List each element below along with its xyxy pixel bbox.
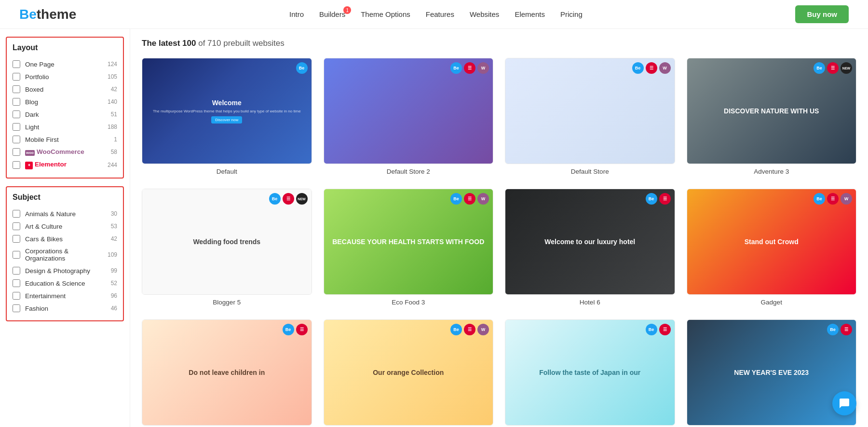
card-gadget[interactable]: Stand out CrowdBe☰WGadget [687,189,857,308]
layout-title: Layout [13,43,117,52]
badge-el-new-year: ☰ [841,324,852,335]
card-badges-japanese-food: Be☰ [646,324,671,335]
badge-be-default: Be [296,62,308,74]
layout-item-blog[interactable]: Blog140 [13,96,117,108]
badge-el-hotel-6: ☰ [659,193,671,205]
badge-be-hotel-6: Be [646,193,657,205]
subject-item-art-culture[interactable]: Art & Culture53 [13,220,117,233]
checkbox-subject-animals-nature[interactable] [13,210,20,218]
content-area: The latest 100 of 710 prebuilt websites … [130,29,868,427]
nav-elements[interactable]: Elements [515,10,545,18]
layout-item-portfolio[interactable]: Portfolio105 [13,70,117,83]
subject-count-education-science: 52 [111,280,117,287]
nav-features[interactable]: Features [426,10,454,18]
logo-theme: theme [37,7,76,22]
checkbox-one-page[interactable] [13,60,20,68]
card-thumb-orange-collection: Our orange CollectionBe☰W [324,319,494,426]
checkbox-woocommerce[interactable] [13,148,20,156]
subject-item-design-photography[interactable]: Design & Photography99 [13,264,117,277]
checkbox-mobile-first[interactable] [13,136,20,143]
card-label-blogger-5: Blogger 5 [142,295,312,308]
card-default-store-2[interactable]: Be☰WDefault Store 2 [324,58,494,177]
logo-be: Be [19,7,37,22]
nav-pricing[interactable]: Pricing [560,10,583,18]
card-badges-donot-leave: Be☰ [283,324,308,335]
layout-item-mobile-first[interactable]: Mobile First1 [13,133,117,146]
header: Betheme Intro Builders 1 Theme Options F… [0,0,868,29]
card-thumb-hotel-6: Welcome to our luxury hotelBe☰ [505,189,675,295]
checkbox-blog[interactable] [13,98,20,106]
badge-woo-eco-food-3: W [477,193,489,205]
nav-theme-options[interactable]: Theme Options [361,10,410,18]
card-adventure-3[interactable]: DISCOVER NATURE WITH USBe☰NEWAdventure 3 [687,58,857,177]
nav-intro[interactable]: Intro [289,10,304,18]
layout-item-woocommerce[interactable]: wooWooCommerce58 [13,146,117,158]
checkbox-boxed[interactable] [13,85,20,93]
card-donot-leave[interactable]: Do not leave children inBe☰Do not leave … [142,319,312,427]
checkbox-subject-cars-bikes[interactable] [13,235,20,243]
checkbox-subject-entertainment[interactable] [13,292,20,300]
card-label-default-store-2: Default Store 2 [324,164,494,177]
layout-item-light[interactable]: Light188 [13,121,117,133]
card-default[interactable]: WelcomeThe multipurpose WordPress theme … [142,58,312,177]
filter-count-portfolio: 105 [108,73,117,80]
checkbox-light[interactable] [13,123,20,131]
checkbox-subject-art-culture[interactable] [13,222,20,230]
card-orange-collection[interactable]: Our orange CollectionBe☰WOur orange Coll… [324,319,494,427]
filter-count-blog: 140 [108,98,117,105]
subject-count-entertainment: 96 [111,292,117,299]
layout-item-one-page[interactable]: One Page124 [13,58,117,70]
logo[interactable]: Betheme [19,7,76,22]
subject-count-fashion: 46 [111,305,117,312]
nav-websites[interactable]: Websites [470,10,499,18]
subject-item-corporations-organizations[interactable]: Corporations & Organizations109 [13,245,117,264]
badge-new-blogger-5: NEW [296,193,308,205]
filter-count-elementor: 244 [108,162,117,168]
chat-bubble[interactable] [832,391,856,415]
card-label-hotel-6: Hotel 6 [505,295,675,308]
layout-items: One Page124Portfolio105Boxed42Blog140Dar… [13,58,117,172]
checkbox-portfolio[interactable] [13,73,20,81]
card-badges-hotel-6: Be☰ [646,193,671,205]
filter-count-one-page: 124 [108,61,117,68]
nav-builders[interactable]: Builders 1 [319,10,345,18]
card-label-default-store: Default Store [505,164,675,177]
subject-count-corporations-organizations: 109 [108,251,117,258]
card-badges-adventure-3: Be☰NEW [814,62,852,74]
card-japanese-food[interactable]: Follow the taste of Japan in ourBe☰Follo… [505,319,675,427]
badge-el-japanese-food: ☰ [659,324,671,335]
subject-item-cars-bikes[interactable]: Cars & Bikes42 [13,233,117,245]
card-thumb-adventure-3: DISCOVER NATURE WITH USBe☰NEW [687,58,857,164]
checkbox-subject-design-photography[interactable] [13,267,20,275]
checkbox-dark[interactable] [13,110,20,118]
card-label-eco-food-3: Eco Food 3 [324,295,494,308]
subject-item-fashion[interactable]: Fashion46 [13,302,117,315]
card-badges-eco-food-3: Be☰W [450,193,489,205]
subject-item-education-science[interactable]: Education & Science52 [13,277,117,289]
badge-be-default-store: Be [632,62,644,74]
badge-be-eco-food-3: Be [450,193,462,205]
card-eco-food-3[interactable]: BECAUSE YOUR HEALTH STARTS WITH FOODBe☰W… [324,189,494,308]
layout-item-elementor[interactable]: ✦Elementor244 [13,158,117,172]
layout-filter-section: Layout One Page124Portfolio105Boxed42Blo… [6,37,124,179]
checkbox-subject-corporations-organizations[interactable] [13,251,20,259]
layout-item-dark[interactable]: Dark51 [13,108,117,121]
card-default-store[interactable]: Be☰WDefault Store [505,58,675,177]
card-new-year[interactable]: NEW YEAR'S EVE 2023Be☰New Year's Eve [687,319,857,427]
buy-now-button[interactable]: Buy now [795,5,849,23]
badge-el-default-store: ☰ [646,62,657,74]
badge-be-donot-leave: Be [283,324,294,335]
card-hotel-6[interactable]: Welcome to our luxury hotelBe☰Hotel 6 [505,189,675,308]
subject-item-entertainment[interactable]: Entertainment96 [13,289,117,302]
checkbox-subject-fashion[interactable] [13,304,20,312]
subject-label-design-photography: Design & Photography [25,267,111,275]
badge-woo-default-store: W [659,62,671,74]
filter-label-blog: Blog [25,98,108,106]
checkbox-subject-education-science[interactable] [13,279,20,287]
subject-label-animals-nature: Animals & Nature [25,210,111,218]
filter-label-portfolio: Portfolio [25,73,108,81]
layout-item-boxed[interactable]: Boxed42 [13,83,117,96]
card-blogger-5[interactable]: Wedding food trendsBe☰NEWBlogger 5 [142,189,312,308]
checkbox-elementor[interactable] [13,161,20,169]
subject-item-animals-nature[interactable]: Animals & Nature30 [13,207,117,220]
